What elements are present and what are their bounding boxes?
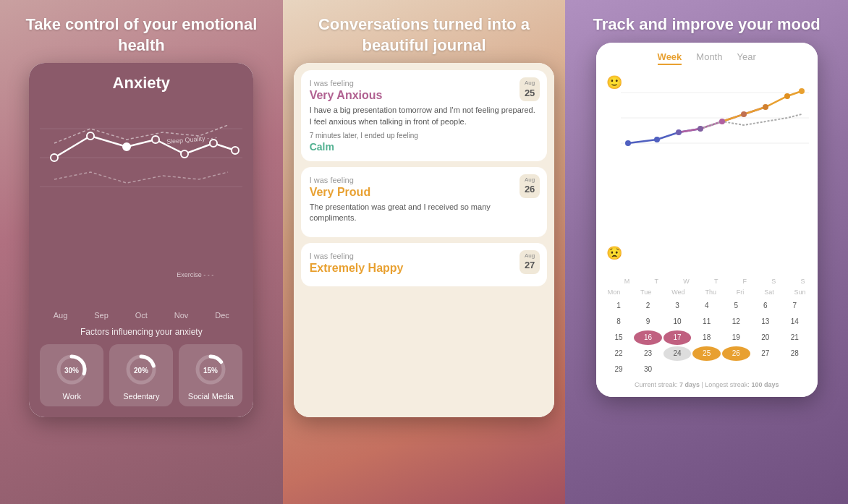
journal-card-1: Aug 25 I was feeling Very Anxious I have…: [301, 70, 548, 161]
day-m: M: [624, 278, 630, 285]
day-t2: T: [714, 278, 718, 285]
mood-chart-area: 🙂 😟: [605, 71, 809, 272]
cal-15: 15: [605, 330, 633, 345]
journal-text-2: The presentation was great and I receive…: [310, 202, 539, 224]
phone-mockup-3: Week Month Year 🙂 😟: [596, 43, 818, 397]
journal-card-3: Aug 27 I was feeling Extremely Happy: [301, 243, 548, 286]
day-f: F: [743, 278, 747, 285]
journal-mood-2: Very Proud: [310, 186, 539, 199]
cal-header-sat: Sat: [764, 289, 774, 296]
factor-work: 30% Work: [40, 344, 103, 406]
month-dec: Dec: [215, 311, 229, 320]
tab-month[interactable]: Month: [696, 51, 722, 65]
svg-point-25: [698, 126, 703, 132]
date-day-1: 25: [525, 87, 535, 100]
cal-20: 20: [752, 330, 780, 345]
exercise-label: Exercise - - -: [177, 271, 213, 278]
chart-month-labels: Aug Sep Oct Nov Dec: [40, 311, 242, 320]
journal-card-2: Aug 26 I was feeling Very Proud The pres…: [301, 167, 548, 237]
journal-text-1: I have a big presentation tomorrow and I…: [310, 105, 539, 127]
calendar-grid: 1 2 3 4 5 6 7 8 9 10 11 12 13 14 15: [605, 299, 809, 377]
cal-24: 24: [663, 346, 692, 361]
cal-9: 9: [634, 315, 662, 329]
cal-header-sun: Sun: [794, 289, 806, 296]
anxiety-screen: Anxiety Sleep Quality - - - Exercise - -…: [29, 63, 253, 417]
date-day-3: 27: [525, 260, 535, 272]
day-s1: S: [771, 278, 776, 285]
cal-21: 21: [781, 330, 809, 345]
svg-point-22: [625, 140, 631, 146]
cal-7: 7: [781, 299, 809, 313]
tab-year[interactable]: Year: [737, 51, 755, 65]
anxiety-chart-title: Anxiety: [40, 74, 242, 93]
journal-label-3: I was feeling: [310, 252, 539, 260]
cal-18: 18: [692, 330, 721, 345]
tab-week[interactable]: Week: [658, 51, 682, 65]
cal-27: 27: [752, 346, 780, 361]
calendar-header: Mon Tue Wed Thu Fri Sat Sun: [605, 289, 809, 296]
month-nov: Nov: [174, 311, 189, 320]
date-day-2: 26: [525, 184, 535, 196]
cal-5: 5: [722, 299, 750, 313]
svg-point-29: [784, 93, 790, 99]
cal-30: 30: [634, 362, 662, 377]
cal-22: 22: [605, 346, 633, 361]
cal-header-wed: Wed: [671, 289, 684, 296]
svg-point-6: [152, 136, 159, 143]
journal-mood-1: Very Anxious: [310, 89, 539, 102]
svg-point-7: [181, 150, 188, 158]
month-aug: Aug: [54, 311, 68, 320]
journal-followup-1: 7 minutes later, I ended up feeling: [310, 132, 539, 140]
factor-sedentary-label: Sedentary: [123, 392, 159, 401]
happy-face-icon: 🙂: [606, 74, 622, 90]
factor-social-media: 15% Social Media: [179, 344, 242, 406]
journal-screen: Aug 25 I was feeling Very Anxious I have…: [294, 63, 555, 417]
date-badge-3: Aug 27: [520, 250, 540, 274]
svg-point-30: [799, 88, 805, 94]
mood-screen: Week Month Year 🙂 😟: [596, 43, 818, 397]
cal-header-fri: Fri: [737, 289, 745, 296]
cal-empty-2: [692, 362, 721, 377]
cal-25: 25: [692, 346, 721, 361]
mood-chart-svg: [621, 71, 809, 165]
cal-header-mon: Mon: [608, 289, 621, 296]
phone-mockup-2: Aug 25 I was feeling Very Anxious I have…: [294, 63, 555, 417]
tabs-row: Week Month Year: [605, 51, 809, 65]
factor-sedentary-circle: 20%: [123, 351, 159, 388]
factor-work-label: Work: [63, 392, 81, 401]
cal-16: 16: [634, 330, 662, 345]
svg-text:15%: 15%: [203, 367, 218, 375]
factor-social-media-label: Social Media: [188, 392, 234, 401]
cal-26: 26: [722, 346, 750, 361]
streak-current: Current streak: 7 days | Longest streak:…: [635, 381, 779, 388]
cal-11: 11: [692, 315, 721, 329]
day-t1: T: [654, 278, 658, 285]
anxiety-chart-svg: [40, 100, 242, 215]
anxiety-chart-area: Sleep Quality - - - Exercise - - -: [40, 100, 242, 307]
cal-12: 12: [722, 315, 750, 329]
cal-empty-4: [752, 362, 780, 377]
panel-3-title: Track and improve your mood: [579, 0, 835, 43]
cal-19: 19: [722, 330, 750, 345]
cal-empty-3: [722, 362, 750, 377]
svg-point-5: [123, 143, 130, 150]
panel-2-title: Conversations turned into a beautiful jo…: [283, 0, 566, 63]
panel-anxiety: Take control of your emotional health An…: [0, 0, 283, 504]
streak-text: Current streak: 7 days | Longest streak:…: [605, 381, 809, 388]
svg-point-23: [654, 137, 660, 142]
cal-4: 4: [692, 299, 721, 313]
cal-6: 6: [752, 299, 780, 313]
cal-23: 23: [634, 346, 662, 361]
date-badge-1: Aug 25: [520, 77, 540, 101]
cal-17: 17: [663, 330, 692, 345]
svg-point-27: [741, 111, 747, 117]
svg-point-3: [51, 154, 58, 161]
factor-work-circle: 30%: [54, 351, 90, 388]
factors-row: 30% Work 20% Sedentary: [40, 344, 242, 406]
journal-mood-followup-1: Calm: [310, 141, 539, 153]
panel-1-title: Take control of your emotional health: [0, 0, 283, 63]
factors-title: Factors influencing your anxiety: [40, 327, 242, 337]
calendar-section: Mon Tue Wed Thu Fri Sat Sun 1 2 3 4 5 6 …: [605, 289, 809, 388]
cal-2: 2: [634, 299, 662, 313]
svg-point-28: [763, 104, 768, 110]
